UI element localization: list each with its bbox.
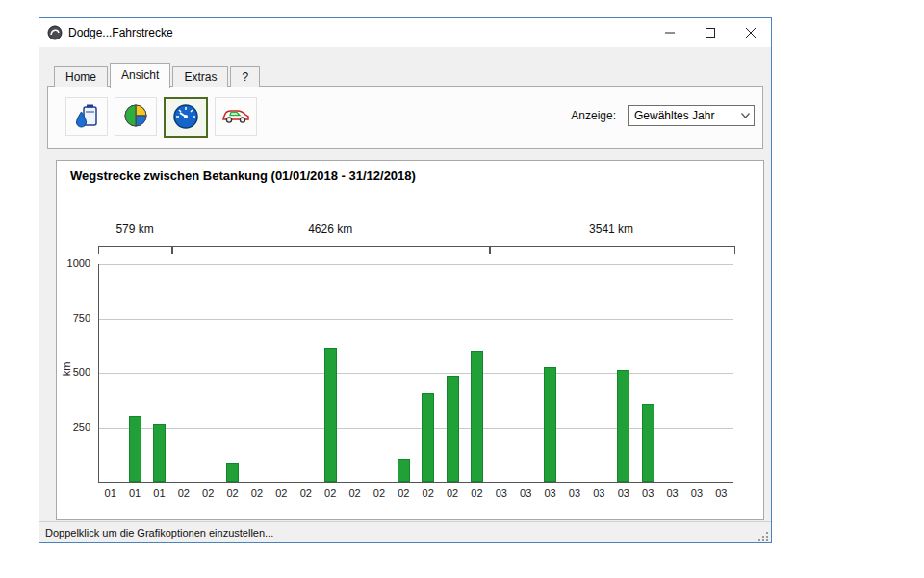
x-tick-label: 02: [171, 487, 195, 499]
x-tick-label: 03: [489, 487, 513, 499]
display-label: Anzeige:: [571, 109, 616, 122]
tab-extras[interactable]: Extras: [172, 66, 228, 87]
x-tick-label: 03: [611, 487, 635, 499]
gridline: [98, 264, 733, 265]
y-tick-label: 250: [57, 421, 90, 433]
pie-chart-icon: [122, 102, 149, 132]
bar: [153, 424, 166, 482]
fuel-button[interactable]: [65, 97, 108, 136]
x-tick-label: 01: [122, 487, 146, 499]
y-axis: [98, 264, 99, 482]
x-tick-label: 02: [244, 487, 269, 499]
window-title: Dodge...Fahrstrecke: [68, 26, 173, 39]
plot-area: 2505007501000010101020202020202020202020…: [57, 161, 763, 519]
fuel-droplet-icon: [73, 102, 100, 132]
statusbar-text: Doppelklick um die Grafikoptionen einzus…: [45, 527, 273, 539]
app-window: Dodge...Fahrstrecke Home Ansicht Extras …: [38, 17, 772, 543]
x-tick-label: 02: [367, 487, 391, 499]
bar: [617, 370, 629, 482]
bracket: [171, 246, 491, 254]
bar: [226, 463, 239, 482]
bracket-label: 3541 km: [489, 223, 733, 236]
year-dropdown-value: Gewähltes Jahr: [634, 109, 714, 122]
x-tick-label: 03: [709, 487, 733, 499]
chevron-down-icon: [736, 113, 754, 118]
toolbar: Anzeige: Gewähltes Jahr: [47, 86, 763, 149]
app-icon: [47, 25, 63, 40]
x-tick-label: 03: [514, 487, 538, 499]
bar: [324, 348, 337, 482]
car-button[interactable]: [215, 97, 257, 136]
bar: [642, 404, 654, 482]
x-tick-label: 02: [318, 487, 342, 499]
bar: [471, 351, 483, 482]
x-tick-label: 03: [538, 487, 562, 499]
gridline: [98, 373, 733, 374]
x-tick-label: 03: [635, 487, 659, 499]
x-tick-label: 02: [270, 487, 294, 499]
statusbar: Doppelklick um die Grafikoptionen einzus…: [39, 521, 771, 542]
x-tick-label: 03: [587, 487, 611, 499]
x-tick-label: 03: [660, 487, 684, 499]
window-controls: [650, 18, 771, 47]
x-axis: [98, 482, 733, 483]
desktop: Dodge...Fahrstrecke Home Ansicht Extras …: [0, 0, 924, 578]
x-tick-label: 01: [147, 487, 171, 499]
bar: [398, 459, 410, 482]
gridline: [98, 319, 733, 320]
x-tick-label: 03: [562, 487, 586, 499]
x-tick-label: 02: [294, 487, 318, 499]
tabstrip: Home Ansicht Extras ?: [54, 61, 262, 87]
year-dropdown[interactable]: Gewähltes Jahr: [628, 105, 755, 126]
speedometer-icon: [172, 103, 199, 133]
close-button[interactable]: [731, 18, 771, 47]
display-selector: Anzeige: Gewähltes Jahr: [571, 105, 755, 126]
x-tick-label: 02: [416, 487, 440, 499]
x-tick-label: 02: [196, 487, 220, 499]
bar: [544, 367, 556, 482]
y-tick-label: 750: [57, 312, 90, 324]
chart-panel[interactable]: Wegstrecke zwischen Betankung (01/01/201…: [56, 160, 764, 520]
pie-chart-button[interactable]: [115, 97, 157, 136]
y-axis-title: km: [61, 357, 72, 381]
bar: [422, 393, 434, 482]
x-tick-label: 01: [98, 487, 122, 499]
bracket: [98, 246, 173, 254]
x-tick-label: 02: [343, 487, 367, 499]
x-tick-label: 02: [392, 487, 416, 499]
x-tick-label: 02: [440, 487, 464, 499]
x-tick-label: 02: [465, 487, 489, 499]
gridline: [98, 428, 733, 429]
tab-ansicht[interactable]: Ansicht: [110, 63, 170, 88]
bar: [447, 376, 459, 482]
y-tick-label: 1000: [57, 257, 90, 269]
tab-home[interactable]: Home: [54, 66, 108, 87]
titlebar: Dodge...Fahrstrecke: [39, 18, 771, 47]
car-icon: [221, 105, 250, 129]
tab-help[interactable]: ?: [230, 66, 260, 87]
minimize-button[interactable]: [650, 18, 690, 47]
bracket-label: 4626 km: [171, 223, 489, 236]
bracket-label: 579 km: [98, 223, 171, 236]
tool-buttons: [65, 97, 257, 138]
speedometer-button[interactable]: [164, 97, 208, 138]
resize-grip[interactable]: [757, 531, 769, 542]
bar: [129, 416, 141, 482]
x-tick-label: 03: [684, 487, 708, 499]
bracket: [489, 246, 735, 254]
maximize-button[interactable]: [690, 18, 731, 47]
x-tick-label: 02: [220, 487, 244, 499]
